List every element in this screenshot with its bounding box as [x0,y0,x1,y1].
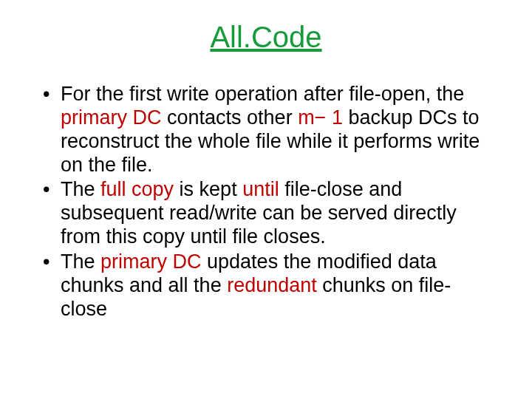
text: copy until file closes. [137,225,326,248]
slide: All.Code For the first write operation a… [0,0,532,399]
text-highlight: full copy [100,178,174,200]
text: The [61,178,100,200]
bullet-item: The full copy is kept until file-close a… [40,178,492,249]
text: updates the modified [202,250,392,273]
slide-title: All.Code [40,21,492,53]
text: For the [61,83,124,105]
bullet-list: For the first write operation after file… [40,83,492,321]
text: other [242,106,299,129]
text: first write operation after file-open, t… [124,83,465,105]
text-highlight: primary DC [100,250,202,273]
text-highlight: primary DC [61,106,162,129]
text: is kept [174,178,242,200]
bullet-item: The primary DC updates the modified data… [40,250,492,321]
text-highlight: until [242,178,284,200]
text-highlight: redundant [227,274,317,296]
text: The [61,250,100,273]
text: file-close [284,178,364,200]
text-highlight: m− 1 [298,106,348,129]
text: contacts [162,106,242,129]
bullet-item: For the first write operation after file… [40,83,492,177]
